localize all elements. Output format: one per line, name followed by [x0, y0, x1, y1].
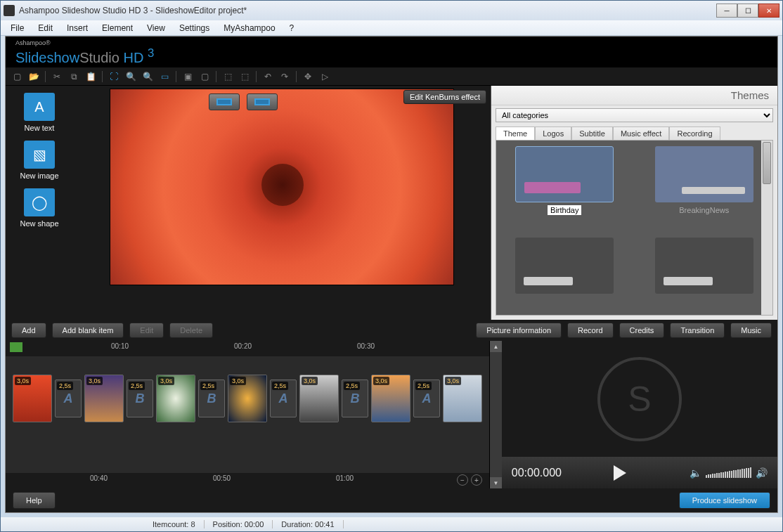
- play-button[interactable]: [604, 462, 636, 484]
- mute-icon[interactable]: 🔈: [690, 467, 701, 479]
- new-text-button[interactable]: ANew text: [11, 93, 67, 132]
- menu-myashampoo[interactable]: MyAshampoo: [216, 22, 282, 34]
- cut-icon[interactable]: ✂: [51, 71, 63, 82]
- titlebar: Ashampoo Slideshow Studio HD 3 - Slidesh…: [1, 1, 782, 20]
- picture-information-button[interactable]: Picture information: [476, 323, 562, 338]
- brand-word2: Studio: [79, 50, 119, 65]
- transition-clip[interactable]: 2,5sA: [413, 379, 440, 417]
- ruler-mark: 00:30: [357, 342, 375, 350]
- help-button[interactable]: Help: [13, 492, 56, 509]
- transition-button[interactable]: Transition: [670, 323, 725, 338]
- menu-element[interactable]: Element: [95, 22, 140, 34]
- timeline: 00:1000:2000:30 3,0s2,5sA3,0s2,5sB3,0s2,…: [6, 341, 490, 488]
- credits-button[interactable]: Credits: [619, 323, 665, 338]
- transition-clip[interactable]: 2,5sB: [127, 379, 153, 417]
- transition-clip[interactable]: 2,5sB: [198, 379, 225, 417]
- produce-slideshow-button[interactable]: Produce slideshow: [679, 492, 770, 509]
- image-clip[interactable]: 3,0s: [84, 375, 124, 422]
- crop-start-handle[interactable]: [209, 93, 240, 110]
- transition-clip[interactable]: 2,5sA: [55, 379, 82, 417]
- crop-end-handle[interactable]: [247, 93, 278, 110]
- transition-clip[interactable]: 2,5sB: [342, 379, 368, 417]
- menu-view[interactable]: View: [140, 22, 172, 34]
- undo-icon[interactable]: ↶: [262, 71, 273, 82]
- ruler-mark: 01:00: [336, 474, 354, 482]
- zoom-out-icon[interactable]: 🔍: [142, 71, 153, 82]
- image-clip[interactable]: 3,0s: [13, 375, 52, 422]
- zoom-out-button[interactable]: −: [457, 474, 468, 486]
- themes-scrollbar[interactable]: [761, 141, 772, 315]
- menu-file[interactable]: File: [4, 22, 31, 34]
- select-icon[interactable]: ▭: [159, 71, 170, 82]
- tab-recording[interactable]: Recording: [669, 126, 720, 140]
- tab-subtitle[interactable]: Subtitle: [571, 126, 613, 140]
- new-shape-button[interactable]: ◯New shape: [11, 188, 67, 228]
- record-button[interactable]: Record: [567, 323, 613, 338]
- image-clip[interactable]: 3,0s: [228, 375, 267, 422]
- category-select[interactable]: All categories: [496, 108, 773, 122]
- menu-edit[interactable]: Edit: [31, 22, 60, 34]
- open-icon[interactable]: 📂: [28, 71, 39, 82]
- delete-button: Delete: [169, 323, 213, 338]
- add-button[interactable]: Add: [11, 323, 46, 338]
- minimize-button[interactable]: ─: [716, 4, 737, 18]
- playhead-marker[interactable]: [10, 342, 22, 352]
- volume-slider[interactable]: [706, 467, 751, 478]
- layer-back-icon[interactable]: ▢: [199, 71, 210, 82]
- new-icon[interactable]: ▢: [11, 71, 22, 82]
- new-image-button[interactable]: ▧New image: [11, 141, 67, 180]
- tab-logos[interactable]: Logos: [535, 126, 571, 140]
- left-tools: ANew text▧New image◯New shape: [6, 86, 73, 320]
- clips-row[interactable]: 3,0s2,5sA3,0s2,5sB3,0s2,5sB3,0s2,5sA3,0s…: [6, 356, 489, 441]
- add-blank-item-button[interactable]: Add blank item: [52, 323, 124, 338]
- ruler-mark: 00:50: [213, 474, 231, 482]
- redo-icon[interactable]: ↷: [279, 71, 290, 82]
- brand-word1: Slideshow: [15, 50, 79, 65]
- group-icon[interactable]: ⬚: [222, 71, 233, 82]
- theme-item[interactable]: [642, 238, 768, 309]
- toolbar: ▢ 📂 ✂ ⧉ 📋 ⛶ 🔍 🔍 ▭ ▣ ▢ ⬚ ⬚ ↶ ↷ ✥ ▷: [6, 67, 777, 86]
- paste-icon[interactable]: 📋: [85, 71, 96, 82]
- ungroup-icon[interactable]: ⬚: [239, 71, 250, 82]
- app-icon: [4, 5, 15, 16]
- branding: Ashampoo® SlideshowStudio HD 3: [6, 37, 777, 67]
- scroll-up-icon[interactable]: ▲: [490, 341, 502, 352]
- image-clip[interactable]: 3,0s: [156, 375, 195, 422]
- ruler-mark: 00:20: [234, 342, 252, 350]
- menu-insert[interactable]: Insert: [60, 22, 95, 34]
- maximize-button[interactable]: ☐: [737, 4, 758, 18]
- timeline-vscroll[interactable]: ▲ ▼: [490, 341, 502, 488]
- theme-item-breakingnews[interactable]: BreakingNews: [642, 146, 768, 231]
- transition-clip[interactable]: 2,5sA: [270, 379, 297, 417]
- scroll-down-icon[interactable]: ▼: [490, 477, 502, 488]
- move-icon[interactable]: ✥: [302, 71, 313, 82]
- close-button[interactable]: ✕: [758, 4, 779, 18]
- image-clip[interactable]: 3,0s: [371, 375, 410, 422]
- tool-label: New image: [20, 171, 58, 180]
- brand-small: Ashampoo®: [15, 39, 768, 46]
- zoom-in-icon[interactable]: 🔍: [125, 71, 136, 82]
- action-bar: AddAdd blank itemEditDeletePicture infor…: [6, 320, 777, 341]
- image-clip[interactable]: 3,0s: [299, 375, 339, 422]
- play-icon[interactable]: ▷: [319, 71, 330, 82]
- volume-icon[interactable]: 🔊: [756, 467, 768, 479]
- edit-kenburns-button[interactable]: Edit KenBurns effect: [403, 90, 486, 104]
- zoom-in-button[interactable]: +: [471, 474, 482, 486]
- ruler-mark: 00:40: [90, 474, 108, 482]
- theme-item-birthday[interactable]: Birthday: [502, 146, 628, 231]
- zoom-fit-icon[interactable]: ⛶: [108, 71, 119, 82]
- statusbar: Itemcount: 8 Position: 00:00 Duration: 0…: [1, 517, 782, 531]
- layer-front-icon[interactable]: ▣: [182, 71, 193, 82]
- image-clip[interactable]: 3,0s: [443, 375, 482, 422]
- brand-word3: HD: [119, 50, 148, 65]
- menu-[interactable]: ?: [283, 22, 302, 34]
- tool-label: New text: [25, 124, 55, 132]
- copy-icon[interactable]: ⧉: [68, 71, 79, 82]
- theme-item[interactable]: [502, 238, 628, 309]
- tab-theme[interactable]: Theme: [496, 126, 535, 140]
- tab-music-effect[interactable]: Music effect: [613, 126, 670, 140]
- preview-canvas[interactable]: [110, 89, 454, 285]
- ruler-bottom: − + 00:4000:5001:00: [6, 473, 489, 488]
- menu-settings[interactable]: Settings: [172, 22, 216, 34]
- music-button[interactable]: Music: [730, 323, 772, 338]
